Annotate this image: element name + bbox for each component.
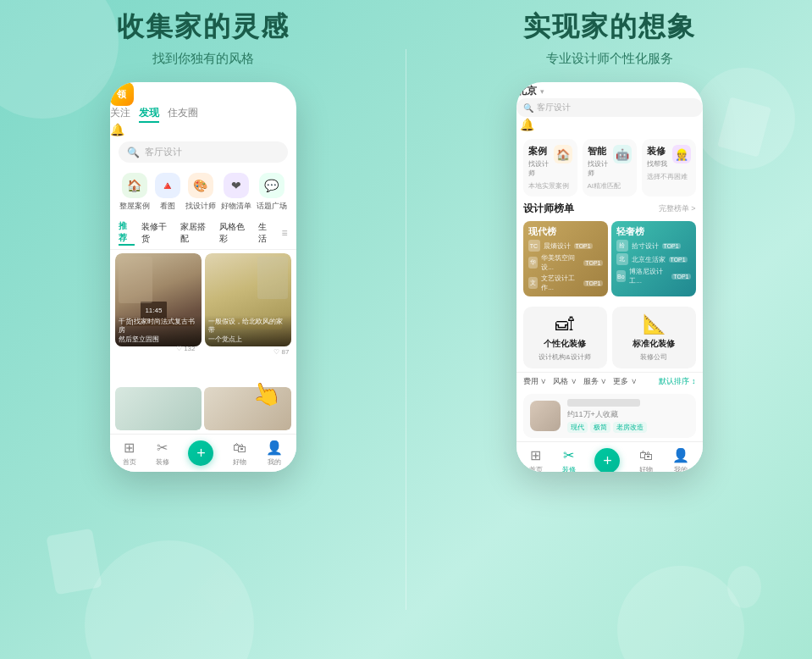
cat-item-house[interactable]: 🏠 整屋案例 [119,173,150,212]
service-card-ai-desc: AI精准匹配 [588,181,632,191]
right-bnav-home[interactable]: ⊞ 首页 [529,447,543,472]
filter-more[interactable]: 更多 ∨ [613,376,637,387]
search-placeholder-text: 客厅设计 [145,146,182,158]
rank-more-link[interactable]: 完整榜单 > [659,203,696,214]
rank-tab-light[interactable]: 轻奢榜 拾 拾寸设计 TOP1 北 北京生活家 TOP1 [611,221,696,296]
rank-entry-2: 华 华美筑空间设... TOP1 [528,253,603,272]
renovation-icon: 👷 [672,145,691,163]
result-card[interactable]: 约11万+人收藏 现代 极简 老房改造 [523,394,696,438]
right-search-bar[interactable]: 🔍 客厅设计 [516,98,703,117]
left-search-bar[interactable]: 🔍 客厅设计 [119,141,288,163]
rank-light-entry-3: Bo 博洛尼设计工... TOP1 [616,267,691,285]
category-icons: 🏠 整屋案例 🔺 看图 🎨 找设计师 ❤ 好物清单 💬 话题广场 [110,168,296,217]
right-section: 实现家的想象 专业设计师个性化服务 北京 ▾ 🔍 客厅设计 🔔 案例 [406,0,812,659]
tag-minimal: 极简 [590,422,610,433]
sort-link[interactable]: 默认排序 ↕ [659,376,695,387]
cat-icon-look: 🔺 [155,173,180,198]
left-subtitle: 找到你独有的风格 [152,51,254,67]
rank-light-entry-2: 北 北京生活家 TOP1 [616,253,691,265]
rank-tab-modern[interactable]: 现代榜 TC 晨熵设计 TOP1 华 华美筑空间设... TOP1 [523,221,608,296]
cat-item-look[interactable]: 🔺 看图 [155,173,180,212]
result-avatar [530,401,561,431]
post-caption-2: 一般假设，给北欧风的家带一个觉点上 [205,315,291,346]
notification-bell[interactable]: 🔔 [110,123,296,136]
strip-item-1[interactable] [115,387,202,430]
right-title: 实现家的想象 [523,8,696,46]
result-info: 约11万+人收藏 现代 极简 老房改造 [567,399,689,433]
rank-title: 设计师榜单 [523,202,574,216]
service-card-case-desc: 本地实景案例 [528,181,572,191]
standard-sub: 装修公司 [640,352,667,362]
filter-tag-tips[interactable]: 装修干货 [141,221,174,245]
service-card-case[interactable]: 案例 找设计师 🏠 本地实景案例 [523,139,577,197]
bnav-profile[interactable]: 👤 我的 [266,440,283,467]
custom-section: 🛋 个性化装修 设计机构&设计师 📐 标准化装修 装修公司 [516,302,703,372]
filter-tag-style[interactable]: 风格色彩 [219,221,251,245]
cat-icon-forum: 💬 [259,173,284,198]
service-cards: 案例 找设计师 🏠 本地实景案例 智能 找设计师 🤖 [516,132,703,202]
right-bnav-profile[interactable]: 👤 我的 [672,447,689,472]
strip-item-2[interactable] [204,387,291,430]
filter-tag-bar: 推荐 装修干货 家居搭配 风格色彩 生活 ≡ [110,217,296,250]
left-title: 收集家的灵感 [117,8,290,46]
rank-section: 设计师榜单 完整榜单 > 现代榜 TC 晨熵设计 TOP1 [516,202,703,302]
filter-tag-more[interactable]: ≡ [282,227,288,239]
cat-icon-designer: 🎨 [188,173,213,198]
city-arrow-icon: ▾ [540,87,544,96]
filter-cost[interactable]: 费用 ∨ [523,376,547,387]
filter-style[interactable]: 风格 ∨ [553,376,577,387]
rank-light-entry-1: 拾 拾寸设计 TOP1 [616,240,691,252]
tag-modern: 现代 [567,422,588,433]
right-bnav-renovation[interactable]: ✂ 装修 [562,447,576,472]
right-bnav-plus[interactable]: + [594,448,620,472]
right-top-bar: 北京 ▾ 🔍 客厅设计 🔔 [516,82,703,132]
tag-old-house: 老房改造 [613,422,647,433]
cat-icon-house: 🏠 [122,173,147,198]
bnav-plus[interactable]: + [188,440,213,466]
nav-tab-follow[interactable]: 关注 [110,106,130,123]
cat-item-designer[interactable]: 🎨 找设计师 [185,173,216,212]
custom-card-personal[interactable]: 🛋 个性化装修 设计机构&设计师 [523,307,607,368]
filter-tag-furnishing[interactable]: 家居搭配 [180,221,213,245]
rank-modern-entries: TC 晨熵设计 TOP1 华 华美筑空间设... TOP1 文 [528,240,603,292]
personal-sub: 设计机构&设计师 [539,352,590,362]
rank-header: 设计师榜单 完整榜单 > [523,202,696,216]
right-notification-bell[interactable]: 🔔 [520,118,534,131]
bottom-post-strip [110,387,296,434]
app-logo: 领 [110,82,134,106]
right-phone-mockup: 北京 ▾ 🔍 客厅设计 🔔 案例 找设计师 🏠 [516,82,703,472]
filter-bar: 费用 ∨ 风格 ∨ 服务 ∨ 更多 ∨ 默认排序 ↕ [516,372,703,390]
post-card-1[interactable]: 11:45 干货|找家时尚法式复古书房然后坚立固围 ♡ 132 [115,253,202,384]
rank-light-entries: 拾 拾寸设计 TOP1 北 北京生活家 TOP1 Bo [616,240,691,285]
right-bnav-goods[interactable]: 🛍 好物 [639,448,653,473]
custom-card-standard[interactable]: 📐 标准化装修 装修公司 [612,307,696,368]
standard-title: 标准化装修 [632,338,675,350]
cat-item-wishlist[interactable]: ❤ 好物清单 [221,173,251,212]
bnav-renovation[interactable]: ✂ 装修 [156,440,169,467]
nav-tab-community[interactable]: 住友圈 [168,106,198,123]
cat-icon-wishlist: ❤ [224,173,249,198]
service-card-ai[interactable]: 智能 找设计师 🤖 AI精准匹配 [583,139,637,197]
cat-item-forum[interactable]: 💬 话题广场 [257,173,287,212]
post-caption-1: 干货|找家时尚法式复古书房然后坚立固围 [115,315,202,346]
service-card-renovation[interactable]: 装修 找帮我 👷 选择不再困难 [642,139,696,197]
post-card-2[interactable]: 一般假设，给北欧风的家带一个觉点上 ♡ 87 [205,253,291,384]
nav-tabs[interactable]: 关注 发现 住友圈 [110,106,296,123]
left-nav-bar: 领 关注 发现 住友圈 🔔 [110,82,296,136]
rank-tabs: 现代榜 TC 晨熵设计 TOP1 华 华美筑空间设... TOP1 [523,221,696,296]
bnav-goods[interactable]: 🛍 好物 [233,440,246,467]
nav-tab-discover[interactable]: 发现 [139,106,159,123]
filter-tag-life[interactable]: 生活 [258,221,274,245]
left-phone-mockup: 领 关注 发现 住友圈 🔔 🔍 客厅设计 🏠 整屋案例 [110,82,296,472]
city-selector[interactable]: 北京 [516,85,537,97]
result-tags: 现代 极简 老房改造 [567,422,689,433]
filter-service[interactable]: 服务 ∨ [583,376,607,387]
result-name-placeholder [567,399,640,407]
bnav-home[interactable]: ⊞ 首页 [123,440,136,467]
case-icon: 🏠 [554,145,572,163]
filter-tag-recommend[interactable]: 推荐 [119,220,135,246]
right-subtitle: 专业设计师个性化服务 [546,51,673,67]
personal-title: 个性化装修 [544,338,586,350]
search-icon: 🔍 [127,147,140,158]
sofa-icon: 🛋 [555,313,574,335]
